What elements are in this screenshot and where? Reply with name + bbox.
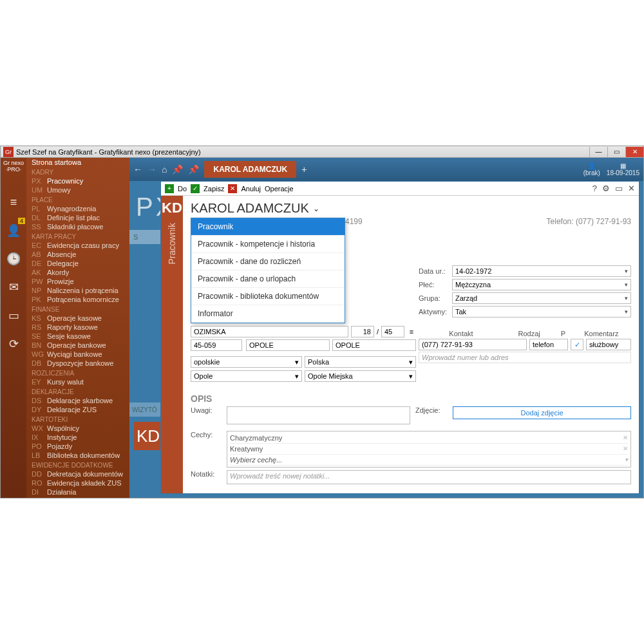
cancel-button[interactable]: Anuluj	[241, 185, 261, 193]
nav-item[interactable]: BNOperacje bankowe	[26, 341, 129, 350]
nav-item[interactable]: KSOperacje kasowe	[26, 314, 129, 323]
bg-kd-card: KD	[134, 422, 162, 450]
nav-item[interactable]: DYDeklaracje ZUS	[26, 405, 129, 414]
nav-back-icon[interactable]: ←	[133, 164, 142, 175]
view-dropdown[interactable]: PracownikPracownik - kompetencje i histo…	[191, 218, 345, 323]
nav-start[interactable]: Strona startowa	[26, 158, 129, 167]
group-select[interactable]: Zarząd▾	[452, 292, 631, 304]
home-icon[interactable]: ⌂	[162, 164, 167, 175]
dropdown-item[interactable]: Pracownik - biblioteka dokumentów	[191, 288, 345, 305]
nav-item[interactable]: EYKursy walut	[26, 377, 129, 386]
contact-primary-checkbox[interactable]: ✓	[571, 339, 583, 350]
nav-item[interactable]: ROEwidencja składek ZUS	[26, 478, 129, 488]
pin-icon[interactable]: 📌	[172, 164, 183, 175]
cancel-icon[interactable]: ✕	[228, 184, 237, 193]
operations-menu[interactable]: Operacje	[265, 185, 294, 193]
dialog-close-icon[interactable]: ✕	[628, 184, 635, 193]
sex-select[interactable]: Mężczyzna▾	[452, 279, 631, 290]
save-button[interactable]: Zapisz	[204, 185, 224, 193]
nav-item[interactable]: SSSkładniki płacowe	[26, 222, 129, 231]
cert-icon[interactable]: ▭	[3, 305, 24, 327]
cechy-list[interactable]: Charyzmatyczny✕Kreatywny✕Wybierz cechę..…	[227, 431, 631, 468]
nav-item[interactable]: DLDefinicje list płac	[26, 213, 129, 222]
trait-tag[interactable]: Charyzmatyczny✕	[230, 433, 628, 444]
dob-input[interactable]: 14-02-1972▾	[452, 265, 631, 277]
close-button[interactable]: ✕	[625, 147, 643, 157]
nav-fwd-icon[interactable]: →	[147, 164, 156, 175]
nav-item[interactable]: ABAbsencje	[26, 250, 129, 259]
person-name-dropdown[interactable]: KAROL ADAMCZUK⌄ PracownikPracownik - kom…	[191, 201, 631, 216]
street-input[interactable]: OZIMSKA	[191, 326, 348, 337]
save-icon[interactable]: ✓	[191, 184, 200, 193]
country-select[interactable]: Polska▾	[305, 356, 416, 368]
add-icon[interactable]: +	[165, 184, 174, 193]
nav-item[interactable]: SESesje kasowe	[26, 332, 129, 341]
nav-item[interactable]: ECEwidencja czasu pracy	[26, 241, 129, 250]
dropdown-item[interactable]: Pracownik	[191, 218, 345, 236]
apt-no-input[interactable]: 45	[381, 326, 404, 337]
add-tab-icon[interactable]: +	[301, 164, 307, 175]
contact-add-ghost[interactable]: Wprowadź numer lub adres	[419, 352, 631, 363]
nav-item[interactable]: LBBiblioteka dokumentów	[26, 451, 129, 460]
maximize-button[interactable]: ▭	[607, 147, 625, 157]
nav-item[interactable]: DDDekretacja dokumentów	[26, 469, 129, 478]
gmina-select[interactable]: Opole▾	[191, 370, 302, 382]
nav[interactable]: Strona startowaKADRYPXPracownicyUMUmowyP…	[26, 158, 129, 498]
notatki-ghost[interactable]: Wprowadź treść nowej notatki...	[227, 470, 631, 484]
nav-item[interactable]: DIDziałania	[26, 488, 129, 497]
contact-kind[interactable]: telefon	[529, 339, 568, 350]
clock-icon[interactable]: 🕒	[3, 248, 24, 270]
dropdown-item[interactable]: Pracownik - dane do rozliczeń	[191, 253, 345, 270]
users-icon[interactable]: 👤4	[3, 220, 24, 242]
nav-item[interactable]: WXWspólnicy	[26, 424, 129, 433]
city2-input[interactable]: OPOLE	[332, 339, 416, 351]
nav-item[interactable]: RPRaporty	[26, 497, 129, 498]
active-select[interactable]: Tak▾	[452, 306, 631, 317]
contact-number[interactable]: (077) 727-91-93	[419, 339, 527, 350]
city-input[interactable]: OPOLE	[246, 339, 330, 351]
date-indicator[interactable]: ▦18-09-2015	[607, 162, 639, 176]
nav-item[interactable]: PKPotrącenia komornicze	[26, 295, 129, 304]
uwagi-textarea[interactable]	[227, 406, 410, 424]
house-no-input[interactable]: 18	[351, 326, 374, 337]
post-office-select[interactable]: Opole Miejska▾	[305, 370, 416, 382]
gear-icon[interactable]: ⚙	[602, 184, 610, 193]
mail-icon[interactable]: ✉	[3, 276, 24, 298]
dropdown-item[interactable]: Pracownik - dane o urlopach	[191, 270, 345, 288]
uwagi-label: Uwagi:	[191, 406, 222, 414]
addr-menu-icon[interactable]: ≡	[407, 328, 416, 336]
active-tab[interactable]: KAROL ADAMCZUK	[204, 161, 296, 178]
trait-tag[interactable]: Kreatywny✕	[230, 444, 628, 455]
sync-icon[interactable]: ⟳	[3, 333, 24, 355]
bg-filter-tab: S	[129, 230, 163, 244]
vertical-tab: KD Pracownik	[161, 196, 183, 493]
contact-comment[interactable]: służbowy	[586, 339, 631, 350]
nav-item[interactable]: PWProwizje	[26, 277, 129, 286]
help-icon[interactable]: ?	[592, 184, 597, 193]
nav-item[interactable]: DBDyspozycje bankowe	[26, 359, 129, 368]
nav-item[interactable]: WGWyciągi bankowe	[26, 350, 129, 359]
dropdown-item[interactable]: Informator	[191, 305, 345, 323]
nav-item[interactable]: DEDelegacje	[26, 259, 129, 268]
dropdown-item[interactable]: Pracownik - kompetencje i historia	[191, 236, 345, 253]
nav-item[interactable]: NPNaliczenia i potrącenia	[26, 286, 129, 295]
nav-item[interactable]: AKAkordy	[26, 268, 129, 277]
nav-item[interactable]: RSRaporty kasowe	[26, 323, 129, 332]
menu-icon[interactable]: ≡	[3, 191, 24, 213]
voiv-select[interactable]: opolskie▾	[191, 356, 302, 368]
nav-group-header: EWIDENCJE DODATKOWE	[26, 461, 129, 469]
minimize-button[interactable]: —	[589, 147, 607, 157]
nav-item[interactable]: POPojazdy	[26, 442, 129, 451]
trait-ghost[interactable]: Wybierz cechę...▾	[230, 455, 628, 466]
user-indicator[interactable]: 👤(brak)	[583, 162, 600, 176]
postal-input[interactable]: 45-059	[191, 339, 242, 351]
nav-item[interactable]: PLWynagrodzenia	[26, 204, 129, 213]
col-p: P	[554, 330, 571, 337]
nav-item[interactable]: IXInstytucje	[26, 433, 129, 442]
pin2-icon[interactable]: 📌	[188, 164, 199, 175]
nav-item[interactable]: DSDeklaracje skarbowe	[26, 396, 129, 405]
nav-item[interactable]: PXPracownicy	[26, 176, 129, 185]
nav-item[interactable]: UMUmowy	[26, 185, 129, 194]
expand-icon[interactable]: ▭	[615, 184, 623, 193]
add-photo-button[interactable]: Dodaj zdjęcie	[453, 406, 631, 419]
